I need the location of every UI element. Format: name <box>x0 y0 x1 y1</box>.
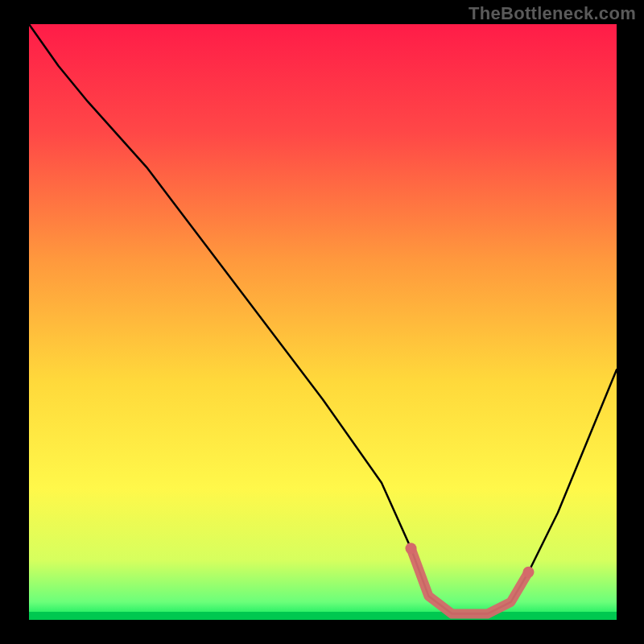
bottom-band <box>29 612 617 620</box>
chart-plot <box>0 0 644 644</box>
highlight-end-dot <box>523 567 535 578</box>
watermark-text: TheBottleneck.com <box>469 3 636 24</box>
highlight-start-dot <box>406 543 417 554</box>
chart-frame: TheBottleneck.com <box>0 0 644 644</box>
plot-background <box>29 24 617 620</box>
